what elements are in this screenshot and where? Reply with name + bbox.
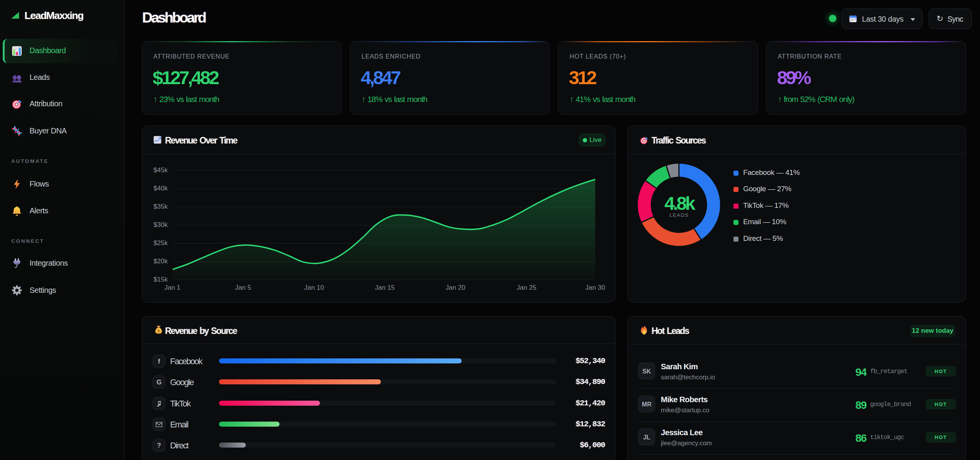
svg-text:$: $ bbox=[158, 329, 160, 333]
